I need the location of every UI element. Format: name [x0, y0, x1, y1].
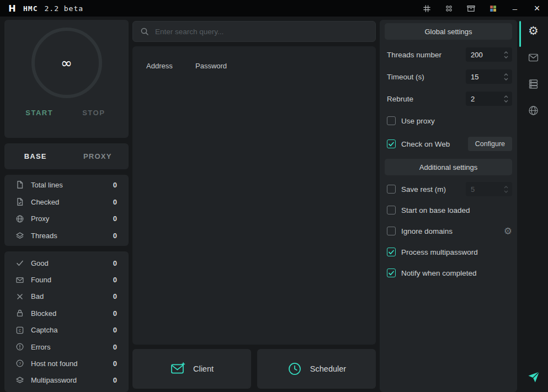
client-label: Client — [193, 364, 214, 373]
stat-row-captcha: c Captcha 0 — [4, 326, 129, 335]
threads-number-input[interactable] — [466, 51, 494, 59]
save-rest-input[interactable] — [466, 185, 494, 194]
stat-value: 0 — [113, 198, 117, 206]
start-on-base-loaded-label: Start on base loaded — [401, 206, 470, 214]
archive-box-icon[interactable] — [460, 0, 482, 17]
timeout-input[interactable] — [466, 73, 494, 81]
layers-icon — [15, 376, 24, 385]
windows-logo-icon[interactable] — [482, 0, 504, 17]
configure-button[interactable]: Configure — [468, 137, 512, 151]
minimize-button[interactable]: – — [504, 0, 526, 17]
start-on-base-loaded-row: Start on base loaded — [385, 203, 512, 217]
scheduler-button[interactable]: Scheduler — [257, 349, 376, 389]
spin-up-button[interactable] — [504, 186, 508, 189]
rebrute-input[interactable] — [466, 95, 494, 103]
ignore-domains-label: Ignore domains — [401, 227, 453, 235]
check-on-web-checkbox[interactable] — [387, 139, 396, 148]
stat-row-proxy: Proxy 0 — [4, 214, 129, 223]
spin-down-button[interactable] — [504, 100, 508, 103]
check-on-web-row: Check on Web Configure — [385, 137, 512, 151]
stat-row-multipassword: Multipassword 0 — [4, 376, 129, 385]
apps-dots-icon[interactable] — [438, 0, 460, 17]
mail-icon[interactable] — [527, 51, 540, 64]
stat-row-good: Good 0 — [4, 259, 129, 267]
notify-when-completed-checkbox[interactable] — [387, 269, 396, 277]
spinner-arrows — [504, 95, 512, 103]
database-icon[interactable] — [527, 77, 540, 90]
stat-value: 0 — [113, 259, 117, 267]
close-button[interactable]: × — [526, 0, 548, 17]
svg-text:?: ? — [19, 361, 22, 366]
stat-label: Checked — [31, 198, 59, 206]
stat-label: Found — [31, 276, 51, 284]
stat-value: 0 — [113, 181, 117, 189]
side-toolbar: ⚙ — [519, 17, 548, 392]
stat-value: 0 — [113, 292, 117, 300]
layers-icon — [15, 232, 24, 240]
start-button[interactable]: START — [12, 103, 67, 122]
check-icon — [15, 259, 24, 267]
spin-up-button[interactable] — [504, 95, 508, 98]
stat-label: Threads — [31, 232, 57, 240]
settings-gear-icon[interactable]: ⚙ — [527, 24, 540, 37]
app-title: HMC — [23, 4, 38, 13]
spin-up-button[interactable] — [504, 51, 508, 54]
ignore-domains-row: Ignore domains ⚙ — [385, 224, 512, 238]
use-proxy-label: Use proxy — [401, 117, 435, 125]
notify-when-completed-label: Notify when completed — [401, 269, 477, 277]
additional-settings-header: Additional settings — [385, 159, 512, 175]
active-tool-indicator — [519, 21, 521, 47]
spin-down-button[interactable] — [504, 56, 508, 58]
app-logo: H — [7, 3, 18, 14]
stat-row-total-lines: Total lines 0 — [4, 180, 129, 189]
tab-base[interactable]: BASE — [4, 143, 67, 169]
search-icon — [140, 27, 149, 36]
check-on-web-label: Check on Web — [401, 140, 450, 148]
search-input[interactable] — [155, 28, 368, 36]
client-button[interactable]: Client — [132, 349, 251, 389]
mail-icon — [15, 276, 24, 284]
titlebar-actions: – × — [416, 0, 548, 17]
file-icon — [15, 180, 24, 189]
use-proxy-checkbox[interactable] — [387, 116, 396, 125]
column-header-address: Address — [146, 62, 195, 70]
spin-up-button[interactable] — [504, 73, 508, 76]
grid-icon[interactable] — [416, 0, 438, 17]
globe-icon[interactable] — [527, 104, 540, 117]
ignore-domains-gear-icon[interactable]: ⚙ — [504, 227, 512, 236]
results-table: Address Password — [132, 46, 376, 345]
stat-row-blocked: Blocked 0 — [4, 309, 129, 318]
stat-value: 0 — [113, 232, 117, 240]
stop-button[interactable]: STOP — [67, 103, 121, 122]
tab-proxy[interactable]: PROXY — [67, 143, 129, 169]
process-multipassword-checkbox[interactable] — [387, 248, 396, 256]
stat-value: 0 — [113, 309, 117, 318]
threads-number-label: Threads number — [387, 51, 441, 59]
use-proxy-row: Use proxy — [385, 114, 512, 128]
stat-value: 0 — [113, 214, 117, 223]
start-on-base-loaded-checkbox[interactable] — [387, 206, 396, 214]
progress-ring: ∞ — [31, 28, 102, 98]
save-rest-checkbox[interactable] — [387, 185, 396, 194]
stat-row-found: Found 0 — [4, 276, 129, 284]
infinity-symbol: ∞ — [61, 55, 72, 71]
ignore-domains-checkbox[interactable] — [387, 227, 396, 235]
stat-label: Total lines — [31, 181, 63, 189]
spin-down-button[interactable] — [504, 78, 508, 80]
results-table-header: Address Password — [132, 46, 376, 70]
progress-card: ∞ START STOP — [4, 20, 129, 138]
app-window: H HMC 2.2 beta – × ∞ START STOP — [0, 0, 548, 392]
stats-primary-card: Total lines 0 Checked 0 Proxy 0 Threads … — [4, 175, 129, 246]
stat-label: Good — [31, 259, 49, 267]
cross-icon — [15, 292, 24, 301]
column-header-password: Password — [195, 62, 227, 70]
stat-label: Bad — [31, 292, 44, 300]
stat-label: Multipassword — [31, 376, 77, 384]
save-rest-row: Save rest (m) — [385, 182, 512, 196]
spin-down-button[interactable] — [504, 190, 508, 193]
stat-label: Host not found — [31, 359, 78, 368]
stat-row-bad: Bad 0 — [4, 292, 129, 301]
telegram-plane-icon[interactable] — [526, 370, 541, 384]
process-multipassword-label: Process multipassword — [401, 248, 478, 256]
clock-icon — [287, 361, 302, 377]
